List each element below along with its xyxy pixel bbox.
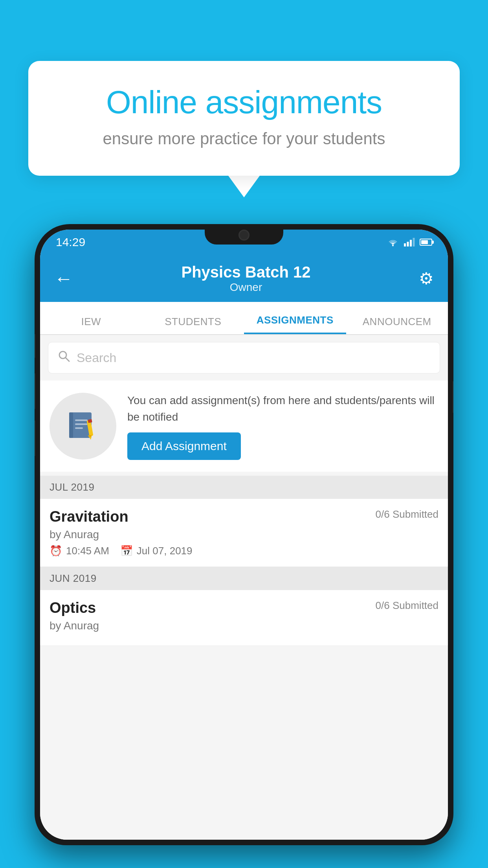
add-promo: You can add assignment(s) from here and … [40,381,448,472]
assignment-meta-gravitation: ⏰ 10:45 AM 📅 Jul 07, 2019 [50,545,438,557]
app-header: ← Physics Batch 12 Owner ⚙ [40,255,448,302]
assignment-by-optics: by Anurag [50,620,438,632]
search-bar[interactable]: Search [48,342,440,373]
phone-side-btn-left1 [35,334,35,358]
phone-notch [205,224,283,245]
assignment-name-optics: Optics [50,600,96,616]
svg-rect-2 [407,242,409,246]
promo-icon-circle [50,393,116,460]
svg-rect-3 [410,240,412,246]
assignment-date-gravitation: 📅 Jul 07, 2019 [120,545,193,557]
section-header-jun2019: JUN 2019 [40,567,448,590]
settings-icon[interactable]: ⚙ [419,269,434,288]
svg-rect-15 [88,419,92,423]
section-header-jul2019: JUL 2019 [40,476,448,499]
assignment-submitted-gravitation: 0/6 Submitted [376,508,438,520]
add-assignment-button[interactable]: Add Assignment [127,432,241,460]
signal-icon [404,238,415,246]
assignment-submitted-optics: 0/6 Submitted [376,600,438,612]
tab-announcements[interactable]: ANNOUNCEM [346,316,448,334]
speech-bubble-tail [228,176,260,197]
phone-frame: 14:29 [35,224,453,845]
assignment-name-gravitation: Gravitation [50,508,128,525]
svg-rect-9 [75,419,88,421]
status-icons [387,238,432,246]
svg-rect-1 [404,243,406,246]
promo-text-block: You can add assignment(s) from here and … [127,392,438,460]
speech-bubble: Online assignments ensure more practice … [28,61,460,176]
svg-rect-10 [75,423,88,425]
assignment-time-label: 10:45 AM [66,545,109,557]
header-subtitle: Owner [73,281,419,294]
svg-rect-8 [69,412,73,438]
search-icon [58,349,70,366]
assignment-top-gravitation: Gravitation 0/6 Submitted [50,508,438,525]
assignment-item-optics[interactable]: Optics 0/6 Submitted by Anurag [40,590,448,646]
notch-camera [238,230,250,241]
calendar-icon: 📅 [120,545,133,557]
speech-bubble-subtitle: ensure more practice for your students [60,129,428,148]
tab-assignments[interactable]: ASSIGNMENTS [244,314,346,334]
clock-icon: ⏰ [50,545,62,557]
tab-iew[interactable]: IEW [40,316,142,334]
tab-students[interactable]: STUDENTS [142,316,244,334]
assignment-by-gravitation: by Anurag [50,528,438,541]
content-area: Search [40,335,448,840]
search-placeholder: Search [77,351,116,365]
assignment-date-label: Jul 07, 2019 [137,545,193,557]
svg-rect-4 [413,238,415,246]
assignment-top-optics: Optics 0/6 Submitted [50,600,438,616]
battery-icon [420,239,432,246]
speech-bubble-title: Online assignments [60,85,428,120]
header-title: Physics Batch 12 [73,263,419,281]
tabs-bar: IEW STUDENTS ASSIGNMENTS ANNOUNCEM [40,302,448,335]
phone-side-btn-left2 [35,373,35,409]
phone-side-btn-right [453,381,453,413]
svg-line-6 [66,358,69,361]
header-title-block: Physics Batch 12 Owner [73,263,419,294]
phone-outer: 14:29 [35,224,453,868]
svg-rect-11 [75,427,83,429]
status-time: 14:29 [56,235,85,249]
phone-side-btn-left3 [35,421,35,456]
phone-screen: 14:29 [40,230,448,840]
back-button[interactable]: ← [54,268,73,289]
wifi-icon [387,238,399,246]
speech-bubble-wrapper: Online assignments ensure more practice … [28,61,460,197]
svg-point-0 [392,245,394,246]
assignment-item-gravitation[interactable]: Gravitation 0/6 Submitted by Anurag ⏰ 10… [40,499,448,567]
notebook-icon [65,408,101,444]
assignment-time-gravitation: ⏰ 10:45 AM [50,545,109,557]
promo-description: You can add assignment(s) from here and … [127,392,438,425]
